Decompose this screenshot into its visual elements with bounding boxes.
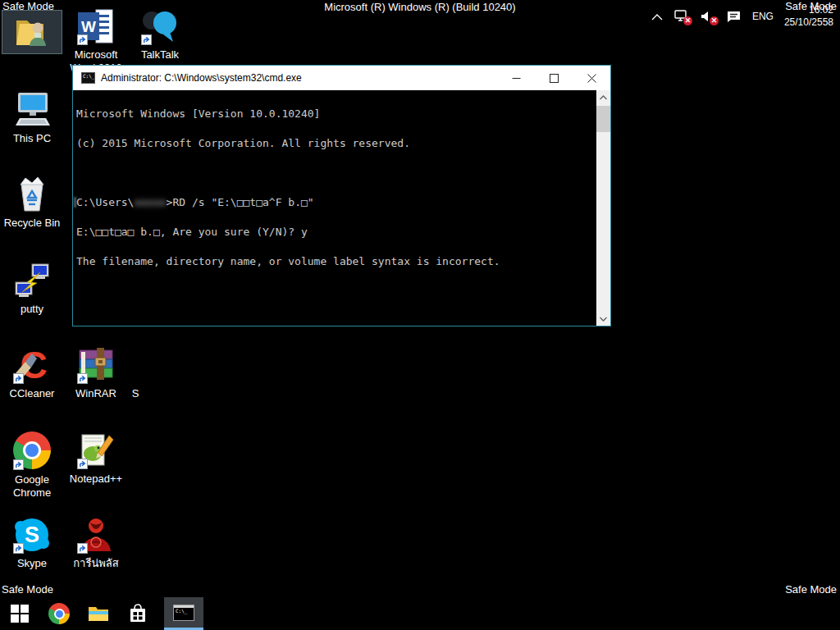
svg-text:W: W <box>81 18 96 35</box>
clock-date: 25/10/2558 <box>784 16 833 29</box>
this-pc-icon <box>12 90 52 130</box>
tray-chevron-up-icon[interactable] <box>646 13 669 21</box>
close-button[interactable] <box>573 66 610 90</box>
recycle-bin-icon <box>12 175 52 214</box>
tray-language-indicator[interactable]: ENG <box>746 11 779 22</box>
desktop-icon-talktalk[interactable]: TalkTalk <box>128 7 192 62</box>
icon-label: Google Chrome <box>0 473 64 500</box>
icon-label: putty <box>0 303 64 316</box>
scrollbar-thumb[interactable] <box>596 106 610 132</box>
icon-label: Skype <box>0 557 64 570</box>
desktop-icon-notepadpp[interactable]: Notepad++ <box>64 431 128 486</box>
safe-mode-label-bottom-left: Safe Mode <box>2 583 53 596</box>
ccleaner-icon: C <box>12 345 52 385</box>
desktop-icon-skype[interactable]: S Skype <box>0 515 64 570</box>
taskbar: C:\_ <box>0 597 840 630</box>
putty-icon <box>12 261 52 300</box>
console-line: (c) 2015 Microsoft Corporation. All righ… <box>76 136 595 151</box>
chrome-icon <box>12 431 52 471</box>
icon-label: This PC <box>0 132 64 145</box>
icon-label: CCleaner <box>0 387 64 400</box>
desktop-icon-garena[interactable]: การีน่พลัส <box>64 515 128 570</box>
prompt-username-redacted: xxxxx <box>134 196 166 208</box>
skype-icon: S <box>12 515 52 555</box>
file-explorer-icon <box>88 605 109 623</box>
shortcut-arrow-icon <box>13 543 24 554</box>
tray-clock[interactable]: 16:02 25/10/2558 <box>779 4 840 29</box>
scroll-down-icon[interactable] <box>596 312 610 326</box>
shortcut-arrow-icon <box>13 373 24 384</box>
console-line: E:\□□t□a□ b.□, Are you sure (Y/N)? y <box>76 225 595 240</box>
tray-network-disconnected-icon[interactable]: ✕ <box>669 10 695 23</box>
shortcut-arrow-icon <box>141 34 152 45</box>
desktop-icon-recycle-bin[interactable]: Recycle Bin <box>0 175 64 230</box>
shortcut-arrow-icon <box>77 459 88 469</box>
taskbar-store-button[interactable] <box>118 597 158 630</box>
chrome-icon <box>48 603 70 624</box>
desktop-icon-this-pc[interactable]: This PC <box>0 90 64 145</box>
shortcut-arrow-icon <box>77 34 88 45</box>
network-error-badge: ✕ <box>683 16 692 25</box>
console-prompt-line: C:\Users\xxxxx>RD /s "E:\□□t□a^F b.□" <box>76 195 595 210</box>
volume-muted-badge: ✕ <box>710 16 719 25</box>
cmd-window-title: Administrator: C:\Windows\system32\cmd.e… <box>101 72 302 84</box>
svg-text:S: S <box>25 523 39 547</box>
shortcut-arrow-icon <box>77 543 88 554</box>
safe-mode-label-bottom-right: Safe Mode <box>785 583 837 596</box>
console-line: Microsoft Windows [Version 10.0.10240] <box>76 107 595 121</box>
desktop-icon-ccleaner[interactable]: C CCleaner <box>0 345 64 400</box>
console-output[interactable]: Microsoft Windows [Version 10.0.10240] (… <box>76 92 595 324</box>
console-scrollbar[interactable] <box>596 90 610 326</box>
desktop-icon-user-folder[interactable] <box>0 11 64 51</box>
taskbar-cmd-button[interactable]: C:\_ <box>164 597 203 630</box>
shortcut-arrow-icon <box>13 459 24 470</box>
notepadpp-icon <box>76 431 116 470</box>
system-tray: ✕ ✕ ENG 16:02 25/10/2558 <box>646 0 840 33</box>
icon-label: TalkTalk <box>128 48 192 62</box>
garena-icon <box>76 515 116 555</box>
desktop-icon-putty[interactable]: putty <box>0 261 64 316</box>
cmd-icon: C:\_ <box>173 605 194 621</box>
winrar-icon <box>76 345 116 385</box>
prompt-path: C:\Users\ <box>76 196 134 208</box>
desktop-icon-partial[interactable]: S <box>127 387 144 400</box>
tray-action-center-icon[interactable] <box>721 11 746 23</box>
icon-label: การีน่พลัส <box>64 557 128 570</box>
prompt-command: >RD /s "E:\□□t□a^F b.□" <box>167 196 314 208</box>
cmd-titlebar[interactable]: C:\_ Administrator: C:\Windows\system32\… <box>73 66 610 90</box>
icon-label: WinRAR <box>64 387 128 400</box>
maximize-button[interactable] <box>535 66 573 90</box>
cmd-window: C:\_ Administrator: C:\Windows\system32\… <box>72 65 611 326</box>
icon-label: Recycle Bin <box>0 217 64 230</box>
console-cursor <box>74 197 76 208</box>
start-button[interactable] <box>0 597 39 630</box>
cmd-window-icon[interactable]: C:\_ <box>81 72 95 84</box>
console-line-blank <box>76 166 595 180</box>
icon-label: Notepad++ <box>64 472 128 486</box>
taskbar-explorer-button[interactable] <box>79 597 118 630</box>
taskbar-chrome-button[interactable] <box>39 597 79 630</box>
tray-volume-muted-icon[interactable]: ✕ <box>695 10 721 23</box>
scroll-up-icon[interactable] <box>596 90 610 104</box>
clock-time: 16:02 <box>784 4 833 16</box>
console-line: The filename, directory name, or volume … <box>76 254 595 269</box>
store-icon <box>129 604 147 623</box>
minimize-button[interactable] <box>497 66 535 90</box>
icon-label: S <box>127 387 144 400</box>
desktop-icon-chrome[interactable]: Google Chrome <box>0 431 64 500</box>
shortcut-arrow-icon <box>77 373 88 384</box>
desktop-icon-winrar[interactable]: WinRAR <box>64 345 128 400</box>
user-folder-icon <box>12 11 52 51</box>
icon-label: Microsoft <box>64 48 128 62</box>
